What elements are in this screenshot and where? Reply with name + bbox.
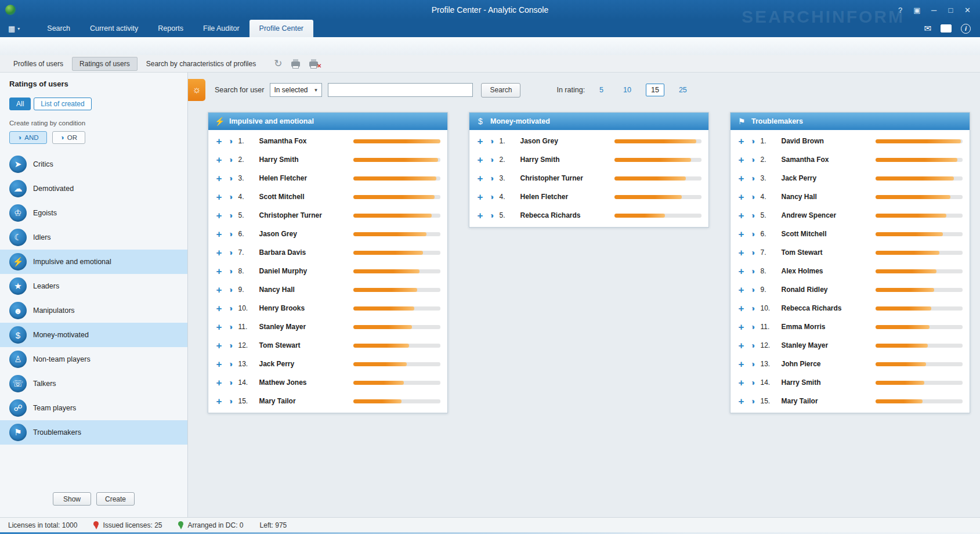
- add-user-icon[interactable]: +: [215, 248, 223, 258]
- add-user-icon[interactable]: +: [215, 341, 223, 351]
- tab-search[interactable]: Search: [37, 20, 80, 37]
- add-user-icon[interactable]: +: [737, 359, 745, 369]
- add-user-icon[interactable]: +: [737, 322, 745, 332]
- compare-user-icon[interactable]: ◑: [228, 230, 233, 238]
- add-user-icon[interactable]: +: [737, 396, 745, 406]
- minimize-button[interactable]: ─: [926, 3, 942, 17]
- compare-user-icon[interactable]: ◑: [750, 378, 755, 387]
- compare-user-icon[interactable]: ◑: [228, 211, 233, 219]
- compare-user-icon[interactable]: ◑: [228, 323, 233, 331]
- compare-user-icon[interactable]: ◑: [228, 174, 233, 182]
- add-user-icon[interactable]: +: [215, 378, 223, 388]
- apps-menu-button[interactable]: ▦ ▾: [0, 20, 28, 37]
- license-card-icon[interactable]: [941, 24, 952, 33]
- sidebar-item-talkers[interactable]: ☏ Talkers: [0, 371, 187, 396]
- compare-user-icon[interactable]: ◑: [750, 360, 755, 368]
- compare-user-icon[interactable]: ◑: [750, 156, 755, 164]
- print-icon[interactable]: [291, 60, 300, 67]
- compare-user-icon[interactable]: ◑: [228, 267, 233, 275]
- compare-user-icon[interactable]: ◑: [750, 397, 755, 405]
- condition-option-and[interactable]: ◑ AND: [9, 131, 47, 144]
- add-user-icon[interactable]: +: [737, 285, 745, 295]
- show-button[interactable]: Show: [53, 492, 91, 506]
- add-user-icon[interactable]: +: [215, 155, 223, 165]
- compare-user-icon[interactable]: ◑: [750, 174, 755, 182]
- compare-user-icon[interactable]: ◑: [228, 193, 233, 201]
- refresh-icon[interactable]: ↻: [274, 57, 282, 70]
- compare-user-icon[interactable]: ◑: [750, 230, 755, 238]
- add-user-icon[interactable]: +: [476, 174, 484, 183]
- compare-user-icon[interactable]: ◑: [750, 193, 755, 201]
- add-user-icon[interactable]: +: [737, 248, 745, 258]
- sidebar-view-tab-all[interactable]: All: [9, 98, 31, 110]
- add-user-icon[interactable]: +: [737, 229, 745, 239]
- add-user-icon[interactable]: +: [737, 174, 745, 183]
- in-rating-option-25[interactable]: 25: [674, 84, 692, 96]
- add-user-icon[interactable]: +: [476, 211, 484, 221]
- compare-user-icon[interactable]: ◑: [228, 378, 233, 387]
- export-icon[interactable]: ✉: [924, 23, 931, 34]
- sidebar-item-leaders[interactable]: ★ Leaders: [0, 274, 187, 298]
- condition-option-or[interactable]: ◑ OR: [52, 131, 86, 144]
- sidebar-item-impulsive-and-emotional[interactable]: ⚡ Impulsive and emotional: [0, 250, 187, 274]
- add-user-icon[interactable]: +: [215, 396, 223, 406]
- search-scope-select[interactable]: In selected ▼: [270, 83, 322, 97]
- add-user-icon[interactable]: +: [737, 155, 745, 165]
- tab-file-auditor[interactable]: File Auditor: [193, 20, 249, 37]
- compare-user-icon[interactable]: ◑: [489, 137, 494, 145]
- create-button[interactable]: Create: [96, 492, 135, 506]
- add-user-icon[interactable]: +: [215, 304, 223, 313]
- alert-siren-icon[interactable]: ☼: [188, 79, 205, 101]
- compare-user-icon[interactable]: ◑: [750, 304, 755, 312]
- compare-user-icon[interactable]: ◑: [750, 211, 755, 219]
- compare-user-icon[interactable]: ◑: [489, 156, 494, 164]
- add-user-icon[interactable]: +: [215, 285, 223, 295]
- compare-user-icon[interactable]: ◑: [228, 341, 233, 349]
- sidebar-item-demotivated[interactable]: ☁ Demotivated: [0, 176, 187, 201]
- tab-reports[interactable]: Reports: [148, 20, 193, 37]
- print-cancel-icon[interactable]: ✕: [309, 60, 318, 67]
- tab-profile-center[interactable]: Profile Center: [249, 20, 313, 37]
- add-user-icon[interactable]: +: [737, 304, 745, 313]
- add-user-icon[interactable]: +: [737, 266, 745, 276]
- compare-user-icon[interactable]: ◑: [750, 267, 755, 275]
- compare-user-icon[interactable]: ◑: [228, 304, 233, 312]
- add-user-icon[interactable]: +: [215, 211, 223, 221]
- toolbar-tab-profiles-of-users[interactable]: Profiles of users: [6, 57, 71, 71]
- sidebar-item-money-motivated[interactable]: $ Money-motivated: [0, 323, 187, 347]
- compare-user-icon[interactable]: ◑: [750, 323, 755, 331]
- add-user-icon[interactable]: +: [476, 155, 484, 165]
- add-user-icon[interactable]: +: [737, 192, 745, 202]
- add-user-icon[interactable]: +: [215, 229, 223, 239]
- add-user-icon[interactable]: +: [476, 136, 484, 146]
- add-user-icon[interactable]: +: [215, 136, 223, 146]
- add-user-icon[interactable]: +: [476, 192, 484, 202]
- compare-user-icon[interactable]: ◑: [228, 286, 233, 294]
- sidebar-item-team-players[interactable]: ☍ Team players: [0, 396, 187, 420]
- search-input[interactable]: [328, 83, 473, 97]
- sidebar-item-manipulators[interactable]: ☻ Manipulators: [0, 298, 187, 323]
- sidebar-item-non-team-players[interactable]: ♙ Non-team players: [0, 347, 187, 371]
- add-user-icon[interactable]: +: [737, 211, 745, 221]
- compare-user-icon[interactable]: ◑: [228, 156, 233, 164]
- compare-user-icon[interactable]: ◑: [750, 341, 755, 349]
- sidebar-item-critics[interactable]: ➤ Critics: [0, 152, 187, 176]
- sidebar-item-idlers[interactable]: ☾ Idlers: [0, 225, 187, 250]
- close-button[interactable]: ✕: [960, 3, 975, 17]
- add-user-icon[interactable]: +: [215, 359, 223, 369]
- compare-user-icon[interactable]: ◑: [750, 248, 755, 257]
- help-button[interactable]: ?: [892, 3, 908, 17]
- sidebar-item-egoists[interactable]: ♔ Egoists: [0, 201, 187, 225]
- pin-window-button[interactable]: ▣: [909, 3, 925, 17]
- compare-user-icon[interactable]: ◑: [489, 174, 494, 182]
- sidebar-view-tab-list-of-created[interactable]: List of created: [34, 98, 91, 110]
- sidebar-item-troublemakers[interactable]: ⚑ Troublemakers: [0, 420, 187, 445]
- add-user-icon[interactable]: +: [215, 266, 223, 276]
- compare-user-icon[interactable]: ◑: [228, 397, 233, 405]
- add-user-icon[interactable]: +: [737, 341, 745, 351]
- search-button[interactable]: Search: [481, 83, 520, 98]
- add-user-icon[interactable]: +: [215, 322, 223, 332]
- compare-user-icon[interactable]: ◑: [228, 360, 233, 368]
- in-rating-option-5[interactable]: 5: [594, 84, 609, 96]
- add-user-icon[interactable]: +: [737, 378, 745, 388]
